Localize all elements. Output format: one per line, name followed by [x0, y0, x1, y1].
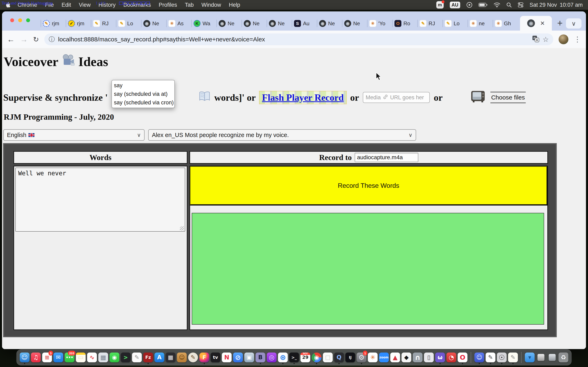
tab-lo[interactable]: ✎ Lo: [116, 17, 141, 30]
zoom-window-button[interactable]: [26, 18, 30, 22]
dock-gauge-app[interactable]: ◔: [446, 351, 457, 364]
textarea-resize-handle[interactable]: [180, 226, 184, 230]
dock-launchpad[interactable]: ▦: [98, 351, 108, 364]
tab-ne-5[interactable]: ◉ Ne: [317, 17, 342, 30]
dock-gimp[interactable]: ✎: [188, 351, 198, 364]
menu-item[interactable]: Tab: [185, 2, 194, 8]
dock-podcasts[interactable]: ◎: [267, 351, 277, 364]
menu-item[interactable]: File: [45, 2, 54, 8]
dropdown-option[interactable]: say (scheduled via at): [112, 90, 175, 98]
record-these-words-button[interactable]: Record These Words: [190, 166, 547, 206]
dock-photos-collage[interactable]: ▣: [244, 351, 254, 364]
tab-overflow-chevron[interactable]: ∨: [566, 18, 581, 29]
dock-document[interactable]: □: [323, 351, 333, 364]
dock-finder[interactable]: ☺: [20, 351, 30, 364]
tab-yo[interactable]: ✳ 'Yo: [367, 17, 392, 30]
tab-ne-3[interactable]: ◉ Ne: [242, 17, 267, 30]
translate-icon[interactable]: GA: [532, 35, 539, 43]
bookmark-star-icon[interactable]: ☆: [543, 35, 549, 43]
dock-reminders[interactable]: ≡ 3: [42, 351, 52, 364]
tab-rjm-pencil[interactable]: ✎ rjm: [41, 17, 66, 30]
dock-firefox[interactable]: F: [199, 351, 209, 364]
tab-close-icon[interactable]: ×: [540, 20, 545, 27]
dock-notes-doc[interactable]: ✎: [508, 351, 518, 364]
dock-minimized-window-2[interactable]: [547, 351, 557, 364]
menu-item[interactable]: Window: [201, 2, 221, 8]
tab-rj[interactable]: ✎ RJ: [91, 17, 116, 30]
tab-rj-2[interactable]: ✎ RJ: [417, 17, 443, 30]
dock-safari[interactable]: ⊛: [278, 351, 288, 364]
tab-ne-2[interactable]: ◉ Ne: [217, 17, 242, 30]
dock-news[interactable]: N: [222, 351, 232, 364]
tab-wa[interactable]: K Wa: [191, 17, 217, 30]
record-filename-input[interactable]: audiocapture.m4a: [355, 153, 418, 162]
media-url-input[interactable]: Media URL goes her: [363, 92, 430, 103]
menu-item[interactable]: Help: [229, 2, 240, 8]
choose-files-button[interactable]: Choose files: [490, 92, 526, 103]
dock-appstore[interactable]: A: [154, 351, 164, 364]
dock-opera[interactable]: O: [458, 351, 468, 364]
tab-gh[interactable]: ✳ Gh: [493, 17, 518, 30]
dock-tooth-app[interactable]: ∩: [413, 351, 423, 364]
menu-item[interactable]: History: [98, 2, 116, 8]
reload-button[interactable]: ↻: [33, 36, 39, 43]
dock-zoom[interactable]: zoom: [379, 351, 389, 364]
menu-item[interactable]: Bookmarks: [123, 2, 151, 8]
dock-downloads-folder[interactable]: ▾: [525, 351, 535, 364]
menu-bar-clock[interactable]: Sat 29 Nov 10:07 am: [530, 2, 583, 8]
dock-facetime[interactable]: ◉: [109, 351, 120, 364]
dock-calculator[interactable]: ▦: [165, 351, 176, 364]
dock-markup-doc[interactable]: ✎: [485, 351, 496, 364]
tab-active[interactable]: ◉ ×: [520, 16, 552, 31]
control-center-icon[interactable]: [518, 2, 523, 8]
tab-ne-1[interactable]: ◉ Ne: [141, 17, 166, 30]
dock-contacts[interactable]: ☺: [177, 351, 187, 364]
dock-music[interactable]: ♫: [31, 351, 41, 364]
tab-rjm-check[interactable]: ✓ rjm: [66, 17, 91, 30]
tab-ne-7[interactable]: ✳ ne: [468, 17, 493, 30]
dock-calendar[interactable]: 29 NOV: [300, 351, 311, 364]
dock-freeform[interactable]: ∿: [87, 351, 97, 364]
menu-item[interactable]: View: [79, 2, 91, 8]
dock-accessibility[interactable]: ☉: [497, 351, 507, 364]
chrome-menu-icon[interactable]: ⋮: [574, 35, 581, 44]
tab-ro[interactable]: O Ro: [392, 17, 417, 30]
dock-bbedit[interactable]: B: [255, 351, 266, 364]
dock-screen-block[interactable]: ⊘: [233, 351, 243, 364]
spotlight-search-icon[interactable]: [506, 2, 512, 8]
minimize-window-button[interactable]: [18, 18, 22, 22]
dock-filezilla[interactable]: Fz: [143, 351, 153, 364]
voice-select[interactable]: Alex en_US Most people recognize me by m…: [148, 129, 416, 141]
battery-icon[interactable]: [479, 2, 488, 7]
dock-mail[interactable]: ✉: [53, 351, 63, 364]
dock-messages[interactable]: ⋯ 203: [65, 351, 75, 364]
tab-ne-4[interactable]: ◉ Ne: [267, 17, 292, 30]
back-button[interactable]: ←: [7, 35, 15, 43]
close-window-button[interactable]: [10, 18, 14, 22]
dock-quicktime[interactable]: Q: [334, 351, 344, 364]
tab-lo-2[interactable]: ✎ Lo: [443, 17, 468, 30]
dock-minimized-window-1[interactable]: [536, 351, 546, 364]
site-info-icon[interactable]: ⓘ: [49, 35, 55, 44]
dock-textedit[interactable]: ✎: [132, 351, 142, 364]
apple-menu-icon[interactable]: [5, 2, 10, 8]
dock-notes[interactable]: ▭: [76, 351, 86, 364]
dock-settings[interactable]: ⚙ 1: [356, 351, 367, 364]
new-tab-button[interactable]: +: [557, 17, 563, 29]
play-status-icon[interactable]: [466, 2, 472, 8]
dropdown-option[interactable]: say: [112, 81, 175, 90]
dock-terminal[interactable]: >_: [289, 351, 299, 364]
dock-paint[interactable]: ✳: [368, 351, 378, 364]
dock-intellij[interactable]: IJ: [345, 351, 355, 364]
dock-iphone-mirroring[interactable]: ▯: [424, 351, 434, 364]
forward-button[interactable]: →: [20, 35, 28, 43]
input-source-indicator[interactable]: AU: [450, 2, 460, 8]
tab-au[interactable]: S Au: [292, 17, 317, 30]
tab-as[interactable]: ✳ As: [166, 17, 191, 30]
dock-chrome[interactable]: ◉: [311, 351, 322, 364]
dock-prism-app[interactable]: ▲: [390, 351, 400, 364]
menu-item[interactable]: Edit: [62, 2, 71, 8]
meeting-app-icon[interactable]: m: [436, 1, 444, 8]
wifi-icon[interactable]: [494, 2, 500, 8]
dock-appletv[interactable]: tv: [210, 351, 221, 364]
